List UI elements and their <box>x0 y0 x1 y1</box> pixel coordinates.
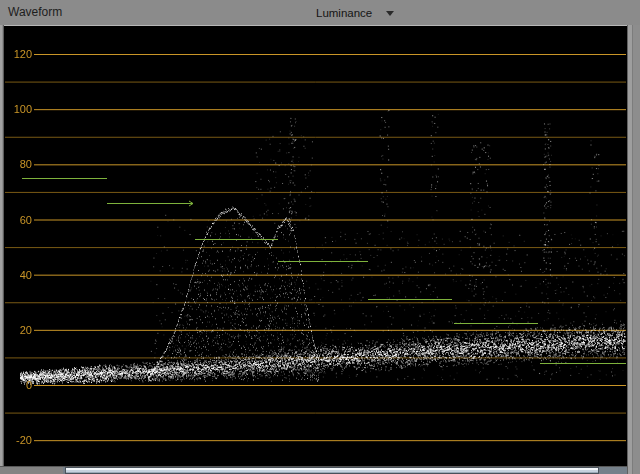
bottom-frame-strip <box>0 466 627 474</box>
horizontal-scrollbar-track[interactable] <box>63 467 627 474</box>
waveform-scope-canvas <box>4 26 627 466</box>
y-axis-label: 100 <box>5 102 32 116</box>
luminance-mode-dropdown[interactable]: Luminance <box>316 4 394 21</box>
y-axis-label: 60 <box>5 213 32 227</box>
chevron-down-icon <box>386 11 394 16</box>
y-axis-label: -20 <box>5 433 32 447</box>
waveform-scope-area: 120100806040200-20 <box>4 25 627 466</box>
panel-header: Waveform Luminance <box>0 0 640 25</box>
frame-border-right <box>627 25 640 474</box>
frame-border-left <box>0 25 4 466</box>
y-axis-label: 20 <box>5 323 32 337</box>
y-axis-label: 120 <box>5 47 32 61</box>
waveform-monitor-panel: Waveform Luminance 120100806040200-20 <box>0 0 640 474</box>
horizontal-scrollbar-thumb[interactable] <box>65 467 599 474</box>
y-axis-label: 40 <box>5 268 32 282</box>
mode-dropdown-label: Luminance <box>316 7 372 19</box>
y-axis-label: 0 <box>5 378 32 392</box>
y-axis-label: 80 <box>5 157 32 171</box>
panel-title: Waveform <box>8 5 62 19</box>
